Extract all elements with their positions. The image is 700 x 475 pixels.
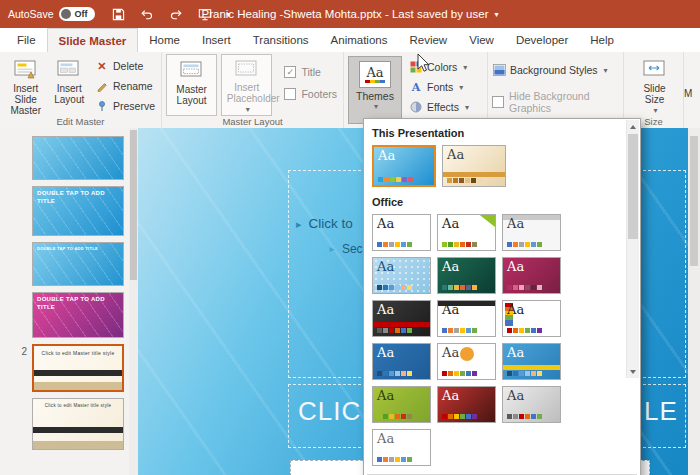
quick-access-chevron-icon[interactable]: ▾ (227, 10, 231, 19)
thumbnail-band (34, 382, 122, 390)
color-swatch (407, 328, 412, 333)
theme-thumbnail[interactable]: Aa (372, 214, 431, 251)
thumbnail-scrollbar-thumb[interactable] (130, 130, 137, 280)
title-checkbox-row[interactable]: ✓ Title (284, 66, 337, 78)
theme-aa-label: Aa (442, 345, 459, 361)
themes-scrollbar-thumb[interactable] (628, 134, 638, 239)
undo-icon[interactable] (140, 7, 155, 22)
theme-thumbnail[interactable]: Aa (437, 257, 496, 294)
theme-thumbnail[interactable]: Aa (437, 386, 496, 423)
theme-thumbnail[interactable]: Aa (372, 429, 431, 466)
tab-developer[interactable]: Developer (505, 28, 579, 52)
fonts-button[interactable]: A Fonts ▾ (405, 78, 473, 96)
title-checkbox[interactable]: ✓ (284, 66, 296, 78)
theme-thumbnail[interactable]: Aa (372, 257, 431, 294)
hide-background-graphics-checkbox[interactable] (492, 96, 504, 108)
slide-master-thumbnail[interactable]: DOUBLE TAP TO ADD TITLE (32, 242, 124, 286)
insert-placeholder-button[interactable]: Insert Placeholder ▾ (221, 54, 272, 116)
thumbnail-band (33, 441, 123, 449)
content-text-line1[interactable]: ▸Click to (296, 216, 353, 231)
slideshow-icon[interactable] (198, 7, 213, 22)
slide-master-thumbnail[interactable]: Click to edit Master title style (32, 344, 124, 392)
theme-thumbnail[interactable]: Aa (437, 214, 496, 251)
slide-size-button[interactable]: Slide Size ▾ (629, 54, 681, 116)
slide-master-thumbnail[interactable]: DOUBLE TAP TO ADD TITLE (32, 292, 124, 338)
background-styles-button[interactable]: Background Styles ▾ (492, 60, 619, 80)
autosave-control[interactable]: AutoSave Off (8, 7, 95, 21)
color-swatch (407, 371, 412, 376)
theme-thumbnail[interactable]: Aa (502, 257, 561, 294)
tab-review[interactable]: Review (398, 28, 458, 52)
hide-background-graphics-row[interactable]: Hide Background Graphics (492, 90, 619, 114)
tab-view[interactable]: View (458, 28, 505, 52)
insert-slide-master-icon (14, 57, 38, 81)
fonts-chevron-icon: ▾ (459, 83, 463, 92)
effects-button[interactable]: Effects ▾ (405, 98, 473, 116)
preserve-button[interactable]: Preserve (91, 96, 159, 116)
theme-decoration (373, 322, 430, 327)
theme-thumbnail[interactable]: Aa (372, 300, 431, 337)
scroll-down-button[interactable] (627, 365, 639, 378)
master-layout-button[interactable]: Master Layout (166, 54, 217, 116)
tab-transitions[interactable]: Transitions (242, 28, 320, 52)
theme-thumbnail[interactable]: Aa (502, 343, 561, 380)
color-swatch (472, 285, 477, 290)
editor-scrollbar-thumb[interactable] (690, 136, 698, 266)
color-swatch (507, 285, 512, 290)
tab-home[interactable]: Home (138, 28, 191, 52)
theme-thumbnail[interactable]: Aa (372, 386, 431, 423)
insert-layout-icon (57, 57, 81, 81)
color-swatch (513, 371, 518, 376)
scroll-up-button[interactable] (627, 120, 639, 133)
theme-thumbnail[interactable]: Aa (442, 145, 506, 187)
color-swatch (460, 328, 465, 333)
theme-thumbnail[interactable]: Aa (502, 300, 561, 337)
tab-insert[interactable]: Insert (191, 28, 242, 52)
autosave-toggle[interactable]: Off (59, 7, 95, 21)
color-swatch (448, 328, 453, 333)
editor-scrollbar[interactable] (688, 128, 700, 475)
colors-button[interactable]: Colors ▾ (405, 58, 473, 76)
master-title-text-right[interactable]: LE (644, 396, 678, 427)
thumbnail-row: DOUBLE TAP TO ADD TITLE (0, 242, 129, 286)
theme-thumbnail[interactable]: Aa (437, 343, 496, 380)
tab-animations[interactable]: Animations (320, 28, 399, 52)
theme-thumbnail[interactable]: Aa (502, 386, 561, 423)
theme-color-swatches (507, 328, 542, 333)
clipped-ribbon-button[interactable]: M (684, 52, 697, 128)
tab-help[interactable]: Help (579, 28, 625, 52)
master-layout-label: Master Layout (172, 84, 212, 106)
color-swatch (513, 242, 518, 247)
delete-button[interactable]: ✕ Delete (91, 56, 159, 76)
thumbnail-row (0, 136, 129, 180)
theme-thumbnail[interactable]: Aa (372, 343, 431, 380)
tab-file[interactable]: File (6, 28, 47, 52)
color-swatch (454, 371, 459, 376)
autosave-knob (61, 9, 71, 19)
redo-icon[interactable] (169, 7, 184, 22)
theme-thumbnail[interactable]: Aa (437, 300, 496, 337)
rename-button[interactable]: Rename (91, 76, 159, 96)
content-line2-text: Sec (342, 242, 363, 256)
content-text-line2[interactable]: ►Sec (328, 242, 363, 256)
themes-button[interactable]: Aa Themes ▾ (348, 56, 402, 124)
slide-master-thumbnail[interactable]: DOUBLE TAP TO ADD TITLE (32, 186, 124, 236)
theme-thumbnail[interactable]: Aa (372, 145, 436, 187)
slide-number (0, 186, 32, 188)
insert-layout-button[interactable]: Insert Layout (47, 54, 90, 116)
tab-slide-master[interactable]: Slide Master (47, 28, 139, 52)
slide-master-thumbnail[interactable] (32, 136, 124, 180)
title-chevron-icon[interactable]: ▾ (495, 10, 499, 19)
powerpoint-window: AutoSave Off ▾ Pranic Healing -Shweta Mo… (0, 0, 700, 475)
themes-menu-scrollbar[interactable] (626, 120, 639, 378)
footers-checkbox-row[interactable]: Footers (284, 88, 337, 100)
footers-checkbox[interactable] (284, 88, 296, 100)
insert-slide-master-button[interactable]: Insert Slide Master (4, 54, 47, 116)
save-icon[interactable] (111, 7, 126, 22)
theme-thumbnail[interactable]: Aa (502, 214, 561, 251)
thumbnail-band (33, 427, 123, 433)
color-swatch (377, 414, 382, 419)
color-swatch (460, 285, 465, 290)
thumbnail-panel-scrollbar[interactable] (129, 128, 138, 475)
slide-master-thumbnail[interactable]: Click to edit Master title style (32, 398, 124, 450)
